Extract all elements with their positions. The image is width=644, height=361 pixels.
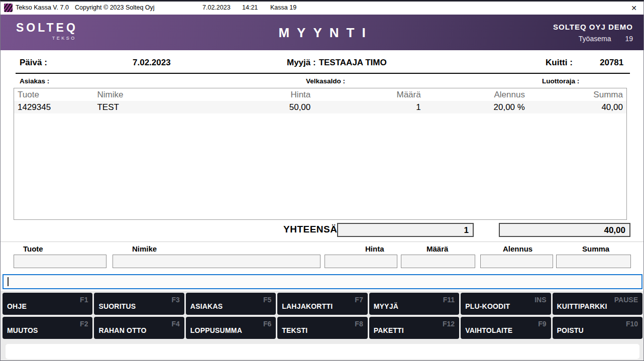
workstation-label: Työasema — [579, 35, 611, 43]
key-hint: F9 — [538, 320, 546, 328]
divider-line — [16, 73, 630, 74]
teksti-button[interactable]: F8 TEKSTI — [277, 317, 367, 339]
command-input[interactable] — [4, 275, 641, 288]
button-label: VAIHTOLAITE — [465, 326, 512, 334]
button-label: OHJE — [7, 302, 27, 310]
button-label: MYYJÄ — [374, 302, 398, 310]
function-key-area: F1 OHJE F3 SUORITUS F5 ASIAKAS F7 LAHJAK… — [1, 291, 644, 361]
loppusumma-button[interactable]: F6 LOPPUSUMMA — [186, 317, 276, 339]
discount-input[interactable] — [480, 255, 553, 268]
total-sum-field: 40,00 — [499, 223, 630, 237]
total-quantity-field: 1 — [337, 223, 474, 237]
ohje-button[interactable]: F1 OHJE — [3, 293, 92, 315]
app-header: SOLTEQ TEKSO MYYNTI SOLTEQ OYJ DEMO Työa… — [1, 15, 643, 50]
button-label: RAHAN OTTO — [98, 326, 146, 334]
button-label: LOPPUSUMMA — [190, 326, 242, 334]
sale-lines-table: Tuote Nimike Hinta Määrä Alennus Summa 1… — [14, 88, 627, 220]
col-header-nimike: Nimike — [93, 88, 283, 101]
quantity-input[interactable] — [401, 255, 475, 268]
key-hint: F7 — [355, 296, 363, 304]
entry-label-maara: Määrä — [426, 245, 448, 253]
seller-info: Myyjä :TESTAAJA TIMO — [287, 58, 387, 68]
copyright-text: Copyright © 2023 Solteq Oyj — [75, 4, 155, 11]
credit-limit-label: Luottoraja : — [542, 77, 579, 85]
receipt-number: 20781 — [600, 58, 623, 68]
asiakas-button[interactable]: F5 ASIAKAS — [186, 293, 276, 315]
kuittiparkki-button[interactable]: PAUSE KUITTIPARKKI — [553, 293, 642, 315]
app-icon — [4, 4, 13, 12]
cell-product-code: 1429345 — [14, 101, 93, 113]
col-header-summa: Summa — [528, 88, 626, 101]
page-title: MYYNTI — [1, 25, 643, 41]
button-label: KUITTIPARKKI — [557, 302, 607, 310]
price-input[interactable] — [325, 255, 397, 268]
entry-label-alennus: Alennus — [503, 245, 532, 253]
button-label: ASIAKAS — [190, 302, 223, 310]
total-label: YHTEENSÄ — [283, 224, 337, 235]
app-title: Tekso Kassa V. 7.0 — [16, 4, 69, 11]
command-line-field — [3, 274, 642, 289]
receipt-label: Kuitti : — [546, 58, 573, 68]
table-header-row: Tuote Nimike Hinta Määrä Alennus Summa — [14, 88, 626, 101]
app-window: Tekso Kassa V. 7.0 Copyright © 2023 Solt… — [0, 0, 644, 361]
key-hint: F4 — [172, 320, 180, 328]
product-code-input[interactable] — [14, 255, 106, 268]
button-label: TEKSTI — [282, 326, 307, 334]
seller-label: Myyjä : — [287, 58, 316, 67]
muutos-button[interactable]: F2 MUUTOS — [3, 317, 92, 339]
table-row[interactable]: 1429345 TEST 50,00 1 20,00 % 40,00 — [14, 101, 626, 113]
paketti-button[interactable]: F12 PAKETTI — [369, 317, 459, 339]
titlebar-date: 7.02.2023 — [202, 4, 231, 11]
entry-label-tuote: Tuote — [23, 245, 43, 253]
col-header-tuote: Tuote — [14, 88, 93, 101]
section-divider — [1, 242, 644, 242]
key-hint: F3 — [172, 296, 180, 304]
lahjakortti-button[interactable]: F7 LAHJAKORTTI — [277, 293, 367, 315]
function-row-1: F1 OHJE F3 SUORITUS F5 ASIAKAS F7 LAHJAK… — [3, 293, 642, 315]
seller-value: TESTAAJA TIMO — [319, 58, 387, 67]
rahan-otto-button[interactable]: F4 RAHAN OTTO — [94, 317, 184, 339]
plu-koodit-button[interactable]: INS PLU-KOODIT — [461, 293, 551, 315]
date-value: 7.02.2023 — [133, 58, 171, 68]
entry-label-summa: Summa — [582, 245, 609, 253]
key-hint: F5 — [263, 296, 271, 304]
key-hint: F2 — [80, 320, 88, 328]
cell-product-name: TEST — [93, 101, 283, 113]
text-cursor — [8, 277, 9, 286]
cell-price: 50,00 — [283, 101, 314, 113]
button-label: PAKETTI — [374, 326, 404, 334]
myyja-button[interactable]: F11 MYYJÄ — [369, 293, 459, 315]
key-hint: F8 — [355, 320, 363, 328]
header-right: SOLTEQ OYJ DEMO Työasema19 — [553, 23, 633, 43]
col-header-alennus: Alennus — [424, 88, 528, 101]
key-hint: F10 — [626, 320, 638, 328]
suoritus-button[interactable]: F3 SUORITUS — [94, 293, 184, 315]
entry-label-nimike: Nimike — [132, 245, 157, 253]
workstation-number: 19 — [625, 35, 633, 43]
key-hint: PAUSE — [614, 296, 638, 304]
customer-label: Asiakas : — [20, 77, 49, 85]
key-hint: INS — [534, 296, 546, 304]
key-hint: F1 — [80, 296, 88, 304]
key-hint: F12 — [443, 320, 455, 328]
company-name: SOLTEQ OYJ DEMO — [553, 23, 633, 31]
vaihtolaite-button[interactable]: F9 VAIHTOLAITE — [461, 317, 551, 339]
cell-discount: 20,00 % — [424, 101, 528, 113]
title-bar: Tekso Kassa V. 7.0 Copyright © 2023 Solt… — [1, 2, 643, 15]
cell-quantity: 1 — [314, 101, 424, 113]
debt-balance-label: Velkasaldo : — [306, 77, 345, 85]
col-header-hinta: Hinta — [283, 88, 314, 101]
button-label: MUUTOS — [7, 326, 38, 334]
poistu-button[interactable]: F10 POISTU — [553, 317, 642, 339]
cell-sum: 40,00 — [528, 101, 626, 113]
close-icon[interactable]: ✕ — [628, 3, 639, 13]
button-label: LAHJAKORTTI — [282, 302, 333, 310]
status-bar — [6, 344, 639, 359]
entry-label-hinta: Hinta — [365, 245, 384, 253]
function-row-2: F2 MUUTOS F4 RAHAN OTTO F6 LOPPUSUMMA F8… — [3, 317, 642, 339]
date-label: Päivä : — [20, 58, 47, 68]
col-header-maara: Määrä — [314, 88, 424, 101]
product-name-input[interactable] — [113, 255, 320, 268]
sum-input[interactable] — [556, 255, 631, 268]
key-hint: F6 — [263, 320, 271, 328]
